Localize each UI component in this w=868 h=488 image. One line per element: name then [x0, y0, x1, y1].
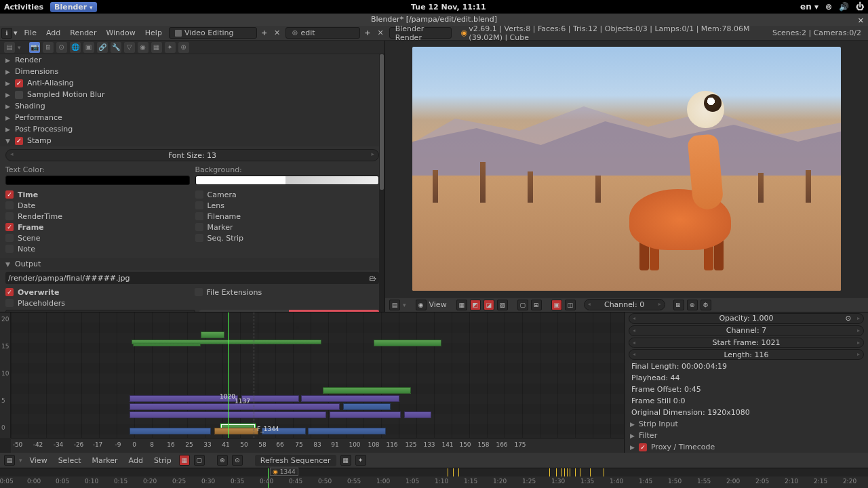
panel-shading[interactable]: ▶Shading: [0, 100, 384, 112]
menu-file[interactable]: File: [20, 26, 41, 39]
seq-display2-icon[interactable]: ▢: [194, 455, 205, 466]
modifiers-tab-icon[interactable]: 🔧: [111, 42, 121, 53]
stamp-frame-checkbox[interactable]: ✓: [5, 223, 14, 231]
seq-tool1-icon[interactable]: ▦: [340, 455, 351, 466]
physics-tab-icon[interactable]: ⊕: [178, 42, 189, 53]
disp-z-icon[interactable]: ▨: [497, 300, 508, 310]
preview-editor-type-icon[interactable]: ▤: [389, 300, 400, 310]
close-window-icon[interactable]: ✕: [858, 15, 864, 27]
proxy-checkbox[interactable]: ✓: [639, 443, 647, 451]
channel-field-side[interactable]: ◂Channel: 7▸: [629, 325, 864, 336]
disp-combined-icon[interactable]: ▦: [456, 300, 467, 310]
scene-selector[interactable]: ⊛edit: [285, 27, 360, 39]
panel-proxy[interactable]: ▶✓Proxy / Timecode: [625, 441, 868, 453]
stamp-time-checkbox[interactable]: ✓: [5, 190, 14, 199]
volume-icon[interactable]: 🔊: [839, 2, 849, 12]
sequencer-tracks[interactable]: 1020 1137 F_1344: [11, 312, 624, 438]
screen-layout-selector[interactable]: Video Editing: [169, 27, 257, 39]
sequencer-editor[interactable]: 20 15 10 5 0: [0, 312, 624, 453]
overwrite-checkbox[interactable]: ✓: [5, 288, 14, 296]
add-scene-button[interactable]: +: [361, 28, 373, 37]
constraints-tab-icon[interactable]: 🔗: [97, 42, 108, 53]
panel-filter[interactable]: ▶Filter: [625, 430, 868, 441]
disp-safe-icon[interactable]: ▣: [551, 300, 562, 310]
render-engine-selector[interactable]: Blender Render: [389, 27, 452, 39]
object-tab-icon[interactable]: ▣: [83, 42, 94, 53]
placeholders-checkbox[interactable]: [5, 299, 14, 307]
stamp-rendertime-checkbox[interactable]: [5, 212, 14, 220]
background-color-swatch[interactable]: [195, 176, 380, 185]
editor-type-icon[interactable]: ℹ: [1, 28, 12, 39]
panel-stamp[interactable]: ▼✓Stamp: [0, 135, 384, 146]
blender-app-menu[interactable]: Blender ▾: [50, 2, 97, 12]
timeline-editor[interactable]: ◉1344 -0:050:000:050:100:150:200:250:300…: [0, 468, 868, 488]
power-icon[interactable]: ⏻: [856, 2, 864, 12]
stamp-checkbox[interactable]: ✓: [15, 137, 23, 145]
render-tab-icon[interactable]: 📷: [29, 42, 40, 53]
color-rgb-toggle[interactable]: RGB: [289, 310, 379, 312]
image-browse-icon[interactable]: 🗎: [673, 300, 684, 310]
panel-post-processing[interactable]: ▶Post Processing: [0, 123, 384, 135]
disp-single-icon[interactable]: ▢: [517, 300, 528, 310]
material-tab-icon[interactable]: ◉: [138, 42, 149, 53]
stamp-lens-checkbox[interactable]: [195, 201, 203, 209]
preview-view-menu[interactable]: View: [429, 300, 447, 309]
seq-editor-type-icon[interactable]: ▤: [4, 455, 15, 466]
seq-view-menu[interactable]: View: [26, 454, 51, 467]
playhead-line[interactable]: [228, 312, 229, 438]
length-field[interactable]: ◂Length: 116▸: [629, 349, 864, 360]
seq-strip-menu[interactable]: Strip: [151, 454, 175, 467]
panel-strip-input[interactable]: ▶Strip Input: [625, 418, 868, 430]
seq-add-menu[interactable]: Add: [125, 454, 146, 467]
stamp-date-checkbox[interactable]: [5, 201, 14, 209]
stamp-note-checkbox[interactable]: [5, 245, 14, 253]
stamp-camera-checkbox[interactable]: [195, 190, 203, 199]
menu-render[interactable]: Render: [66, 26, 100, 39]
scene-tab-icon[interactable]: ⊙: [56, 42, 67, 53]
panel-sampled-motion-blur[interactable]: ▶Sampled Motion Blur: [0, 89, 384, 100]
sequencer-ruler[interactable]: -50-42-34-26-17-908162533415058667583911…: [11, 438, 624, 453]
seq-snap-icon[interactable]: ⊛: [217, 455, 228, 466]
menu-help[interactable]: Help: [141, 26, 166, 39]
folder-browse-icon[interactable]: 🗁: [369, 274, 376, 283]
input-language-indicator[interactable]: en ▾: [800, 2, 818, 12]
menu-add[interactable]: Add: [42, 26, 64, 39]
editor-selector-icon[interactable]: ▤: [4, 42, 15, 53]
remove-scene-button[interactable]: ✕: [375, 28, 387, 37]
particles-tab-icon[interactable]: ✦: [165, 42, 176, 53]
panel-output[interactable]: ▼Output: [0, 258, 384, 270]
fileext-checkbox[interactable]: [195, 288, 203, 296]
panel-dimensions[interactable]: ▶Dimensions: [0, 66, 384, 77]
menu-window[interactable]: Window: [102, 26, 139, 39]
panel-anti-aliasing[interactable]: ▶✓Anti-Aliasing: [0, 77, 384, 89]
output-path-field[interactable]: /render/pampa/final/#####.jpg🗁: [5, 272, 379, 284]
remove-layout-button[interactable]: ✕: [271, 28, 283, 37]
data-tab-icon[interactable]: ▽: [124, 42, 135, 53]
add-layout-button[interactable]: +: [258, 28, 270, 37]
seq-select-menu[interactable]: Select: [55, 454, 85, 467]
clock[interactable]: Tue 12 Nov, 11:11: [97, 3, 800, 12]
smb-checkbox[interactable]: [15, 91, 23, 99]
pin-icon[interactable]: ⊙: [846, 314, 851, 322]
stamp-marker-checkbox[interactable]: [195, 223, 203, 231]
text-color-swatch[interactable]: [5, 176, 190, 185]
preview-viewport[interactable]: [385, 41, 868, 297]
disp-alpha-icon[interactable]: ◪: [484, 300, 494, 310]
panel-render[interactable]: ▶Render: [0, 54, 384, 66]
seq-display-icon[interactable]: ▦: [179, 455, 190, 466]
texture-tab-icon[interactable]: ▦: [151, 42, 162, 53]
preview-mode-icon[interactable]: ◉: [416, 300, 427, 310]
start-frame-field[interactable]: ◂Start Frame: 1021▸: [629, 338, 864, 348]
image-settings-icon[interactable]: ⚙: [701, 300, 711, 310]
channel-field[interactable]: ◂Channel: 0▸: [584, 299, 665, 310]
aa-checkbox[interactable]: ✓: [15, 79, 23, 87]
refresh-sequencer-button[interactable]: Refresh Sequencer: [255, 455, 336, 466]
disp-grid-icon[interactable]: ⊞: [531, 300, 542, 310]
disp-transform-icon[interactable]: ◫: [565, 300, 576, 310]
seq-snap2-icon[interactable]: ⊙: [232, 455, 243, 466]
output-format-selector[interactable]: JPEG⇅: [5, 310, 195, 312]
world-tab-icon[interactable]: 🌐: [70, 42, 81, 53]
font-size-field[interactable]: ◂Font Size: 13▸: [5, 149, 379, 161]
wifi-icon[interactable]: ⊚: [825, 2, 832, 12]
disp-color-icon[interactable]: ◩: [470, 300, 481, 310]
